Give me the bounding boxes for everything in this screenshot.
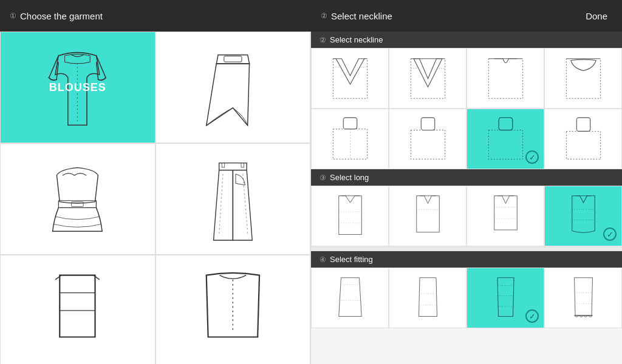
header-left: ① Choose the garment — [0, 11, 311, 21]
fitting-1-icon — [327, 275, 373, 321]
section-neckline: ② Select neckline — [311, 32, 622, 169]
long-2-icon — [405, 194, 451, 239]
long-4-icon — [561, 194, 606, 239]
fitting-4-icon — [561, 275, 606, 321]
garment-item5[interactable] — [0, 255, 156, 364]
garment-widepants[interactable] — [156, 143, 311, 255]
neckline-option-8[interactable] — [544, 109, 622, 169]
options-panel: ② Select neckline — [311, 32, 622, 364]
header-right: ② Select neckline Done — [311, 8, 622, 24]
asymskirt-icon — [171, 43, 295, 132]
neckline-5-icon — [327, 116, 373, 162]
long-title: Select long — [330, 173, 369, 182]
main-content: BLOUSES — [0, 32, 622, 364]
long-option-2[interactable] — [389, 186, 466, 246]
svg-rect-18 — [576, 117, 590, 131]
fitting-option-2[interactable] — [389, 268, 466, 328]
garment-bustier[interactable] — [0, 143, 156, 255]
svg-rect-14 — [343, 117, 357, 129]
neckline-option-6[interactable] — [389, 109, 466, 169]
neckline-1-icon — [327, 56, 373, 101]
step1-number: ① — [10, 12, 16, 20]
svg-rect-3 — [222, 163, 225, 167]
neckline-grid: ✓ — [311, 48, 622, 169]
long-option-1[interactable] — [311, 186, 389, 246]
garment-item6[interactable] — [156, 255, 311, 364]
app-header: ① Choose the garment ② Select neckline D… — [0, 0, 622, 32]
item5-icon — [16, 266, 139, 355]
section-long: ③ Select long — [311, 169, 622, 246]
svg-rect-1 — [224, 56, 242, 62]
fitting-title: Select fitting — [330, 255, 373, 264]
fitting-option-1[interactable] — [311, 268, 389, 328]
svg-rect-2 — [72, 202, 83, 207]
neckline-option-7[interactable]: ✓ — [466, 109, 544, 169]
step2-number: ② — [321, 12, 327, 20]
done-button[interactable]: Done — [581, 8, 612, 24]
long-1-icon — [327, 194, 373, 239]
neckline-2-icon — [405, 56, 451, 101]
neckline-option-2[interactable] — [389, 48, 466, 109]
neckline-3-icon — [483, 56, 528, 101]
long-option-4[interactable]: ✓ — [544, 186, 622, 246]
widepants-icon — [171, 155, 295, 243]
neckline-title: Select neckline — [330, 35, 383, 44]
svg-line-5 — [219, 174, 222, 235]
neckline-option-4[interactable] — [544, 48, 622, 109]
garment-grid: BLOUSES — [0, 32, 311, 364]
section-divider — [311, 246, 622, 251]
long-3-icon — [483, 194, 528, 239]
section-fitting-header: ④ Select fitting — [311, 251, 622, 268]
long-grid: ✓ — [311, 186, 622, 246]
neckline-4-icon — [561, 56, 606, 101]
selected-check-long4: ✓ — [603, 228, 617, 241]
fitting-option-4[interactable] — [544, 268, 622, 328]
step1-title: Choose the garment — [20, 11, 103, 21]
section-neckline-header: ② Select neckline — [311, 32, 622, 48]
long-step: ③ — [320, 174, 326, 182]
selected-check-fitting3: ✓ — [525, 309, 539, 323]
neckline-7-icon — [483, 116, 528, 162]
long-option-3[interactable] — [466, 186, 544, 246]
svg-line-6 — [243, 174, 248, 235]
neckline-option-1[interactable] — [311, 48, 389, 109]
neckline-8-icon — [561, 116, 606, 162]
neckline-option-5[interactable] — [311, 109, 389, 169]
garment-blouses[interactable]: BLOUSES — [0, 32, 156, 143]
fitting-2-icon — [405, 275, 451, 321]
fitting-option-3[interactable]: ✓ — [466, 268, 544, 328]
fitting-step: ④ — [320, 255, 326, 264]
blouses-label: BLOUSES — [49, 81, 106, 94]
item6-icon — [171, 266, 295, 355]
step2-title: Select neckline — [331, 11, 392, 21]
selected-check-neckline7: ✓ — [525, 150, 539, 164]
bustier-icon — [16, 155, 139, 243]
section-long-header: ③ Select long — [311, 169, 622, 186]
svg-rect-4 — [241, 163, 244, 167]
neckline-option-3[interactable] — [466, 48, 544, 109]
neckline-step: ② — [320, 36, 326, 44]
fitting-3-icon — [483, 275, 528, 321]
svg-rect-16 — [421, 117, 435, 130]
fitting-grid: ✓ — [311, 268, 622, 328]
garment-asymskirt[interactable] — [156, 32, 311, 143]
neckline-6-icon — [405, 116, 451, 162]
svg-rect-17 — [499, 117, 513, 130]
section-fitting: ④ Select fitting — [311, 251, 622, 328]
